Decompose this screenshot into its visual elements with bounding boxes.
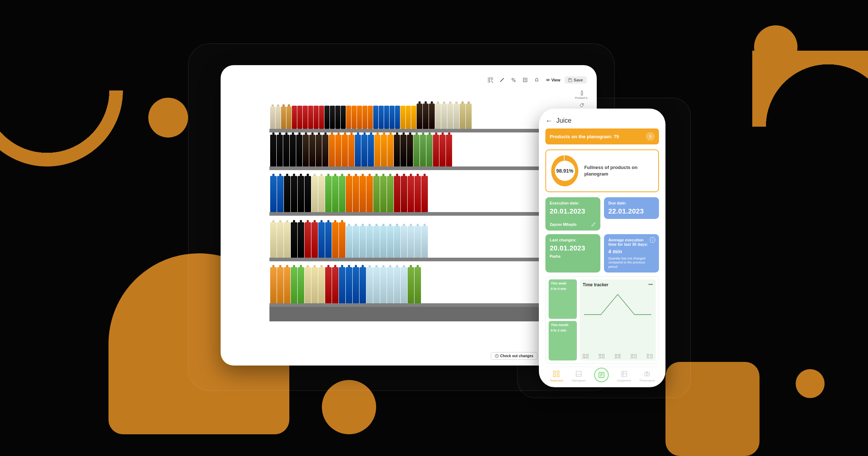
- product-facing[interactable]: [305, 176, 311, 212]
- ruler-icon[interactable]: [497, 75, 507, 85]
- product-facing[interactable]: [284, 222, 290, 258]
- product-facing[interactable]: [380, 226, 387, 258]
- product-facing[interactable]: [277, 135, 283, 166]
- product-facing[interactable]: [441, 104, 447, 129]
- product-facing[interactable]: [346, 226, 352, 258]
- product-facing[interactable]: [357, 106, 362, 129]
- product-facing[interactable]: [291, 176, 297, 212]
- product-facing[interactable]: [339, 267, 345, 303]
- product-facing[interactable]: [298, 222, 304, 258]
- qr-icon[interactable]: [486, 75, 495, 85]
- product-facing[interactable]: [303, 135, 309, 166]
- shelf-row[interactable]: [269, 261, 548, 307]
- product-facing[interactable]: [311, 222, 318, 258]
- product-facing[interactable]: [270, 106, 275, 129]
- product-facing[interactable]: [466, 104, 472, 129]
- product-facing[interactable]: [379, 106, 384, 129]
- product-facing[interactable]: [401, 267, 407, 303]
- product-facing[interactable]: [361, 135, 367, 166]
- shelf-row[interactable]: [269, 216, 548, 261]
- product-facing[interactable]: [353, 267, 359, 303]
- product-facing[interactable]: [380, 176, 387, 212]
- product-facing[interactable]: [353, 226, 359, 258]
- product-facing[interactable]: [342, 135, 348, 166]
- product-facing[interactable]: [373, 267, 380, 303]
- product-facing[interactable]: [359, 226, 366, 258]
- product-facing[interactable]: [429, 104, 435, 129]
- product-facing[interactable]: [394, 267, 400, 303]
- shelf-row[interactable]: [269, 95, 548, 132]
- product-facing[interactable]: [366, 226, 373, 258]
- product-facing[interactable]: [325, 222, 332, 258]
- save-button[interactable]: Save: [565, 76, 587, 84]
- product-facing[interactable]: [298, 267, 304, 303]
- product-facing[interactable]: [292, 106, 297, 129]
- product-facing[interactable]: [414, 267, 421, 303]
- product-facing[interactable]: [325, 267, 332, 303]
- product-facing[interactable]: [401, 226, 407, 258]
- product-facing[interactable]: [387, 135, 393, 166]
- product-facing[interactable]: [421, 176, 428, 212]
- product-facing[interactable]: [433, 135, 439, 166]
- product-facing[interactable]: [380, 267, 387, 303]
- product-facing[interactable]: [346, 176, 352, 212]
- product-facing[interactable]: [290, 135, 296, 166]
- product-facing[interactable]: [325, 176, 332, 212]
- shelf-row[interactable]: [269, 170, 548, 216]
- product-facing[interactable]: [394, 226, 400, 258]
- nav-equipment[interactable]: Equipment: [617, 370, 631, 382]
- checkout-changes-button[interactable]: Check out changes: [491, 352, 537, 360]
- product-facing[interactable]: [401, 176, 407, 212]
- product-facing[interactable]: [359, 267, 366, 303]
- product-facing[interactable]: [352, 106, 357, 129]
- product-facing[interactable]: [414, 226, 421, 258]
- product-facing[interactable]: [277, 267, 284, 303]
- shelf-row[interactable]: [269, 132, 548, 170]
- products-count-banner[interactable]: Products on the planogram: 75: [545, 128, 659, 144]
- product-facing[interactable]: [373, 106, 378, 129]
- product-facing[interactable]: [311, 267, 318, 303]
- product-facing[interactable]: [335, 135, 341, 166]
- product-facing[interactable]: [408, 176, 414, 212]
- product-facing[interactable]: [339, 176, 345, 212]
- product-facing[interactable]: [318, 222, 325, 258]
- product-facing[interactable]: [362, 106, 367, 129]
- product-facing[interactable]: [284, 176, 290, 212]
- product-facing[interactable]: [407, 135, 413, 166]
- product-facing[interactable]: [296, 135, 302, 166]
- product-facing[interactable]: [374, 135, 380, 166]
- product-facing[interactable]: [341, 106, 346, 129]
- product-facing[interactable]: [390, 106, 395, 129]
- product-facing[interactable]: [335, 106, 340, 129]
- product-facing[interactable]: [413, 135, 420, 166]
- product-facing[interactable]: [414, 176, 421, 212]
- product-facing[interactable]: [332, 267, 339, 303]
- product-facing[interactable]: [384, 106, 389, 129]
- product-facing[interactable]: [417, 104, 422, 129]
- product-facing[interactable]: [329, 135, 335, 166]
- product-facing[interactable]: [330, 106, 335, 129]
- product-facing[interactable]: [277, 176, 284, 212]
- product-facing[interactable]: [308, 106, 313, 129]
- product-facing[interactable]: [270, 222, 277, 258]
- view-toggle[interactable]: View: [544, 78, 562, 82]
- product-facing[interactable]: [373, 226, 380, 258]
- product-facing[interactable]: [309, 135, 315, 166]
- info-icon[interactable]: i: [650, 237, 655, 243]
- product-facing[interactable]: [284, 267, 290, 303]
- product-facing[interactable]: [359, 176, 366, 212]
- product-facing[interactable]: [276, 106, 281, 129]
- product-facing[interactable]: [353, 176, 359, 212]
- export-icon[interactable]: [520, 75, 530, 85]
- product-facing[interactable]: [346, 106, 351, 129]
- product-facing[interactable]: [270, 135, 276, 166]
- product-facing[interactable]: [411, 106, 416, 129]
- product-facing[interactable]: [366, 267, 373, 303]
- product-facing[interactable]: [394, 135, 400, 166]
- product-facing[interactable]: [305, 267, 311, 303]
- nav-taskboard[interactable]: Taskboard: [550, 370, 563, 382]
- product-facing[interactable]: [400, 135, 407, 166]
- product-facing[interactable]: [298, 176, 304, 212]
- nav-planogram[interactable]: Planogram: [571, 370, 586, 382]
- percent-icon[interactable]: [509, 75, 518, 85]
